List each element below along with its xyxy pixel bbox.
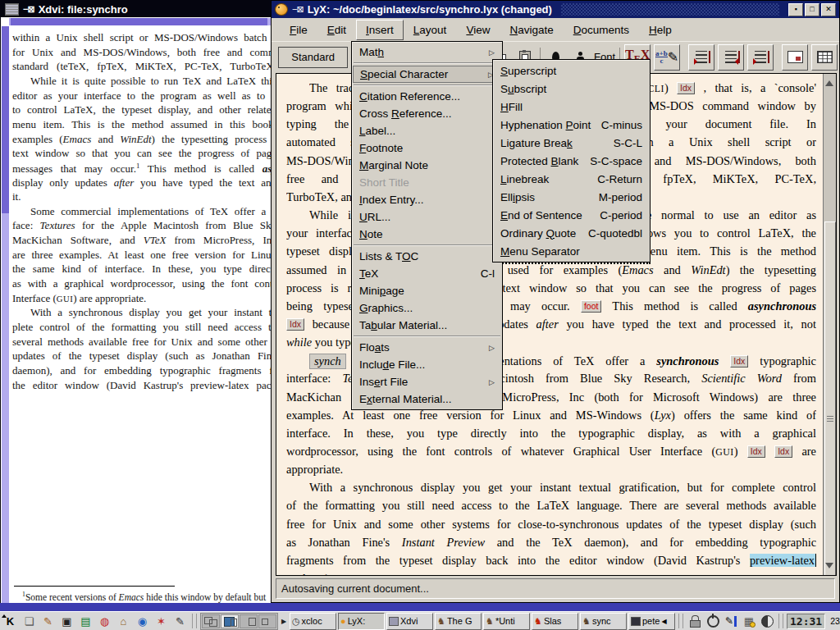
panel-handle[interactable]: [778, 614, 783, 628]
window-list-button[interactable]: ❏: [21, 614, 38, 629]
scrollbar-thumb[interactable]: [824, 221, 836, 576]
menubar-item-edit[interactable]: Edit: [317, 20, 356, 40]
depth-layout-button[interactable]: [747, 44, 774, 71]
menubar-item-view[interactable]: View: [456, 20, 500, 40]
menubar-item-file[interactable]: File: [280, 20, 317, 40]
insert-menu-item-floats[interactable]: Floats▷: [353, 339, 501, 356]
taskbar-button-pete[interactable]: pete◀: [628, 613, 675, 630]
special-character-item-superscript[interactable]: Superscript: [494, 62, 649, 80]
insert-menu-item-minipage[interactable]: Minipage: [353, 282, 501, 299]
insert-menu-item-tex[interactable]: TeXC-l: [353, 265, 501, 282]
insert-menu-item-cross-reference[interactable]: Cross Reference...: [353, 105, 501, 122]
editor-button[interactable]: ✎: [171, 614, 189, 629]
insert-menu-item-index-entry[interactable]: Index Entry...: [353, 191, 501, 208]
special-character-item-hfill[interactable]: HFill: [494, 98, 649, 116]
terminal-button[interactable]: ▤: [77, 614, 94, 629]
scroll-up-icon[interactable]: [825, 76, 833, 86]
taskbar-button-xcloc[interactable]: ◷xcloc: [290, 613, 336, 630]
insert-menu-item-footnote[interactable]: Footnote: [353, 139, 501, 157]
window-pin-icon[interactable]: −⊠: [23, 4, 34, 15]
footnote-inset-button[interactable]: foot: [581, 300, 602, 313]
clock-applet[interactable]: 12:31: [787, 614, 825, 629]
window-pin-icon[interactable]: −⊠: [292, 4, 304, 15]
figure-button[interactable]: [782, 44, 808, 71]
index-inset-button[interactable]: Idx: [677, 82, 695, 94]
browser-button[interactable]: ◉: [134, 614, 151, 629]
panel-handle[interactable]: [678, 614, 683, 628]
index-inset-button[interactable]: Idx: [730, 355, 748, 368]
index-inset-button[interactable]: Idx: [747, 445, 765, 458]
menubar-item-layout[interactable]: Layout: [404, 20, 457, 40]
special-character-item-menu-separator[interactable]: Menu Separator: [494, 242, 649, 260]
menubar-item-help[interactable]: Help: [639, 20, 682, 40]
menubar-item-documents[interactable]: Documents: [564, 20, 639, 40]
mail-button[interactable]: ✶: [153, 614, 170, 629]
special-character-item-ligature-break[interactable]: Ligature BreakS-C-L: [494, 134, 649, 152]
pager-desktop-2[interactable]: [221, 614, 239, 628]
table-button[interactable]: [811, 44, 838, 71]
taskbar-button-xdvi[interactable]: Xdvi: [386, 613, 433, 630]
insert-menu-item-marginal-note[interactable]: Marginal Note: [353, 157, 501, 174]
insert-menu-item-note[interactable]: Note: [353, 226, 501, 243]
pager-expand-arrow-icon[interactable]: ▶: [280, 614, 288, 628]
special-character-item-ellipsis[interactable]: EllipsisM-period: [494, 188, 649, 206]
pager-desktop-4[interactable]: [258, 614, 276, 628]
taskbar-button-theg[interactable]: ♞The G: [435, 613, 482, 630]
special-character-item-protected-blank[interactable]: Protected BlankS-C-space: [494, 152, 649, 170]
xdvi-titlebar[interactable]: −⊠ Xdvi: file:synchro: [1, 1, 277, 17]
insert-menu-item-external-material[interactable]: External Material...: [353, 390, 501, 408]
screen-button[interactable]: ▣: [58, 614, 75, 629]
insert-menu-item-math[interactable]: Math▷: [353, 43, 501, 61]
menubar-item-navigate[interactable]: Navigate: [500, 20, 563, 40]
xdvi-window[interactable]: −⊠ Xdvi: file:synchro within a Unix shel…: [0, 0, 278, 611]
lyx-titlebar[interactable]: −⊠ LyX: ~/doc/beginlatex/src/synchro.lyx…: [272, 1, 839, 18]
close-button[interactable]: ✕: [821, 3, 836, 16]
margin-layout-button[interactable]: [718, 44, 744, 71]
special-character-item-ordinary-quote[interactable]: Ordinary QuoteC-quotedbl: [494, 224, 649, 242]
insert-menu-item-label[interactable]: Label...: [353, 122, 501, 139]
xdvi-horizontal-scrollbar[interactable]: [9, 18, 276, 25]
insert-menu-item-special-character[interactable]: Special Character▷: [353, 66, 501, 83]
taskbar-button-lyx[interactable]: ●LyX:: [338, 613, 385, 630]
menubar-item-insert[interactable]: Insert: [356, 20, 404, 40]
footnote-layout-button[interactable]: [688, 44, 714, 71]
taskbar-button-sync[interactable]: ♞sync: [580, 613, 627, 630]
pager-desktop-1[interactable]: [202, 614, 220, 628]
paragraph-style-combo[interactable]: Standard: [278, 47, 348, 68]
insert-menu-item-citation-reference[interactable]: Citation Reference...: [353, 88, 501, 105]
insert-menu-item-url[interactable]: URL...: [353, 208, 501, 226]
xdvi-vertical-scrollbar[interactable]: [2, 26, 9, 609]
help-button[interactable]: ◍: [96, 614, 113, 629]
klipper-applet[interactable]: ✎: [723, 614, 739, 629]
desktop-pager[interactable]: [200, 613, 278, 630]
iconify-button[interactable]: ▪: [788, 3, 803, 16]
taskbar-button-slas[interactable]: ♞Slas: [532, 613, 578, 630]
special-character-item-subscript[interactable]: Subscript: [494, 80, 649, 98]
insert-menu-item-tabular-material[interactable]: Tabular Material...: [353, 317, 501, 334]
insert-menu-item-lists-toc[interactable]: Lists & TOC: [353, 248, 501, 265]
logout-button[interactable]: [705, 614, 721, 629]
index-inset-button[interactable]: Idx: [286, 318, 304, 331]
pager-desktop-3[interactable]: [240, 614, 258, 628]
home-button[interactable]: ⌂: [115, 614, 132, 629]
taskbar-button-unti[interactable]: ♞*Unti: [483, 613, 530, 630]
special-character-item-end-of-sentence[interactable]: End of SentenceC-period: [494, 206, 649, 224]
k-menu-button[interactable]: K: [2, 614, 19, 629]
xdvi-vscroll-thumb[interactable]: [2, 26, 9, 213]
xdvi-hscroll-thumb[interactable]: [11, 18, 267, 25]
panel-handle[interactable]: [192, 614, 197, 628]
insert-menu-item-insert-file[interactable]: Insert File▷: [353, 373, 501, 390]
insert-menu-item-graphics[interactable]: Graphics...: [353, 299, 501, 317]
maximize-button[interactable]: □: [805, 3, 819, 16]
lock-screen-button[interactable]: [687, 614, 703, 629]
scroll-down-icon[interactable]: [825, 563, 833, 573]
math-button[interactable]: a+bc✎: [654, 44, 680, 71]
open-inset-box[interactable]: synch: [309, 354, 346, 369]
special-character-item-linebreak[interactable]: LinebreakC-Return: [494, 170, 649, 188]
desktop-settings-button[interactable]: ✎: [39, 614, 57, 629]
special-character-item-hyphenation-point[interactable]: Hyphenation PointC-minus: [494, 116, 649, 134]
document-scrollbar[interactable]: [823, 74, 836, 575]
moon-phase-applet[interactable]: [759, 614, 775, 629]
index-inset-button[interactable]: Idx: [774, 445, 792, 458]
insert-menu-item-include-file[interactable]: Include File...: [353, 356, 501, 373]
